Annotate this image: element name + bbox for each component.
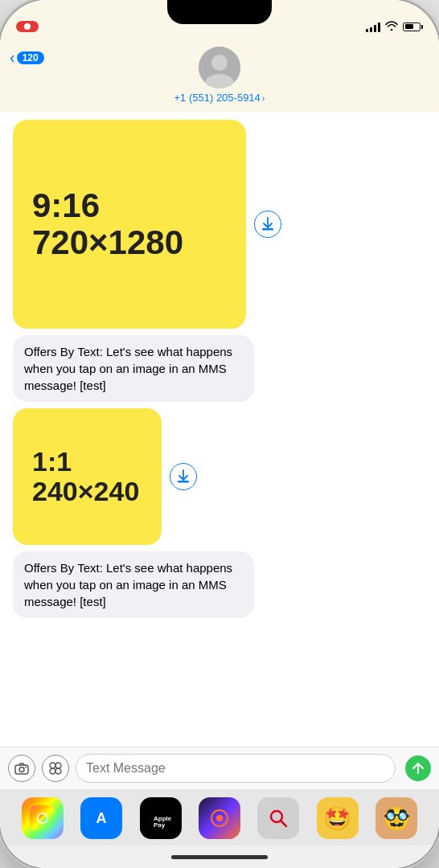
avatar-svg (199, 47, 240, 88)
dock-icon-applepay[interactable]: Apple Pay (140, 797, 182, 839)
message-image-1[interactable]: 9:16 720×1280 (13, 120, 246, 329)
svg-text:Pay: Pay (154, 821, 166, 829)
wifi-icon (385, 20, 398, 33)
phone-number: +1 (551) 205-5914 (174, 92, 260, 104)
record-dot (24, 23, 31, 30)
signal-bar-3 (374, 25, 376, 32)
input-bar (0, 747, 439, 789)
signal-bar-1 (366, 29, 368, 32)
svg-point-18 (216, 815, 223, 821)
back-button[interactable]: ‹ 120 (10, 48, 44, 67)
svg-point-7 (25, 766, 27, 768)
record-button[interactable] (16, 21, 39, 32)
dock-icon-search[interactable] (257, 797, 299, 839)
home-indicator (0, 845, 439, 868)
camera-button[interactable] (8, 755, 35, 782)
back-count: 120 (17, 51, 44, 64)
nav-header: ‹ 120 +1 (551) 205-5914 › (0, 43, 439, 112)
home-bar (171, 855, 268, 859)
phone-frame: ‹ 120 +1 (551) 205-5914 › 9 (0, 0, 439, 868)
message-caption-2: Offers By Text: Let's see what happens w… (13, 551, 254, 618)
image-text-2-line1: 1:1 (32, 447, 142, 477)
svg-rect-3 (262, 228, 273, 231)
apps-button[interactable] (42, 755, 69, 782)
dock-icon-appstore[interactable]: A (80, 797, 122, 839)
chevron-right-icon: › (262, 93, 265, 103)
message-caption-1: Offers By Text: Let's see what happens w… (13, 335, 254, 402)
signal-bar-2 (370, 27, 372, 32)
svg-point-1 (211, 55, 228, 71)
status-right (366, 20, 423, 33)
send-button[interactable] (405, 755, 431, 781)
text-input-wrapper[interactable] (76, 754, 396, 783)
messages-area[interactable]: 9:16 720×1280 Offers By Text: Let's see … (0, 112, 439, 747)
text-message-input[interactable] (86, 761, 385, 776)
image-text-1-line2: 720×1280 (32, 224, 227, 261)
svg-rect-5 (15, 765, 28, 774)
image-text-1-line1: 9:16 (32, 187, 227, 224)
dock-icon-photos[interactable] (22, 797, 64, 839)
contact-phone[interactable]: +1 (551) 205-5914 › (174, 92, 265, 104)
message-group-2: 1:1 240×240 Offers By Text: Let's see wh… (13, 408, 426, 618)
dock-icon-memoji1[interactable]: 🤩 (317, 797, 359, 839)
dock-icon-circle[interactable] (199, 797, 240, 839)
screen: ‹ 120 +1 (551) 205-5914 › 9 (0, 0, 439, 868)
message-image-container-1[interactable]: 9:16 720×1280 (13, 120, 246, 329)
avatar (199, 47, 240, 88)
status-left (16, 21, 39, 32)
dock: A Apple Pay (0, 789, 439, 845)
download-button-2[interactable] (170, 463, 197, 490)
svg-point-10 (39, 814, 47, 822)
battery-icon (403, 23, 423, 31)
chevron-left-icon: ‹ (10, 48, 15, 67)
svg-text:A: A (96, 810, 107, 826)
notch (167, 0, 272, 24)
download-button-1[interactable] (254, 211, 281, 238)
image-text-2-line2: 240×240 (32, 477, 142, 506)
svg-line-20 (281, 821, 286, 826)
signal-bar-4 (378, 23, 380, 32)
message-image-2[interactable]: 1:1 240×240 (13, 408, 162, 545)
svg-rect-4 (178, 481, 189, 483)
message-group-1: 9:16 720×1280 Offers By Text: Let's see … (13, 120, 426, 402)
signal-bars (366, 21, 380, 32)
status-bar (0, 0, 439, 43)
svg-point-6 (19, 767, 24, 772)
message-image-container-2[interactable]: 1:1 240×240 (13, 408, 162, 545)
dock-icon-memoji2[interactable]: 🥸 (375, 797, 417, 839)
